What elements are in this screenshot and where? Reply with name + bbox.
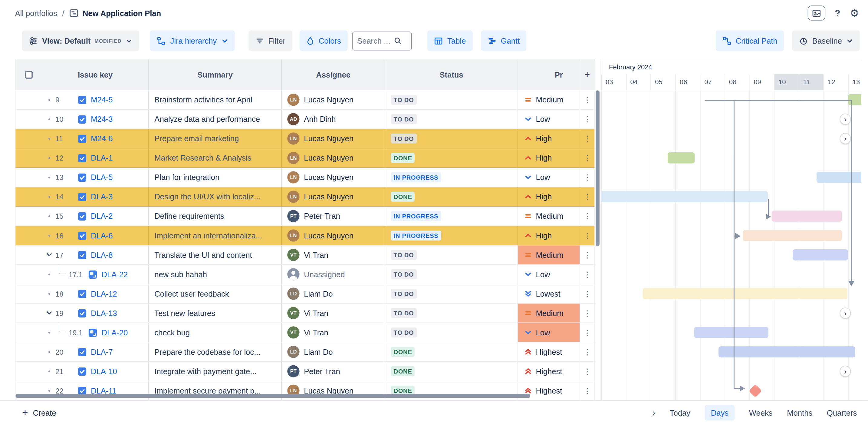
select-all-checkbox[interactable] (25, 70, 33, 79)
priority-cell[interactable]: High (518, 187, 580, 206)
issue-row-M24-3[interactable]: •10M24-3Analyze data and performanceADAn… (16, 110, 594, 129)
issue-row-DLA-3[interactable]: •14DLA-3Design the UI/UX with localiz...… (16, 187, 594, 207)
priority-cell[interactable]: Low (518, 323, 580, 342)
issue-row-DLA-6[interactable]: •16DLA-6Implement an internationaliza...… (16, 226, 594, 246)
row-actions-kebab-icon[interactable]: ⋮ (580, 168, 594, 186)
column-header-priority[interactable]: Pr (518, 59, 580, 90)
search-input[interactable] (357, 36, 394, 45)
add-column-button[interactable]: + (580, 59, 594, 90)
assignee-cell[interactable]: PTPeter Tran (281, 207, 385, 225)
summary-cell[interactable]: Analyze data and performance (148, 110, 281, 128)
zoom-quarters-button[interactable]: Quarters (827, 408, 857, 417)
zoom-months-button[interactable]: Months (787, 408, 812, 417)
issue-key-link[interactable]: DLA-8 (91, 251, 113, 259)
priority-cell[interactable]: Highest (518, 362, 580, 380)
gantt-bar-DLA-5[interactable] (816, 172, 861, 183)
row-actions-kebab-icon[interactable]: ⋮ (580, 207, 594, 225)
row-actions-kebab-icon[interactable]: ⋮ (580, 284, 594, 303)
issue-key-link[interactable]: DLA-6 (91, 231, 113, 240)
collapse-chevron-icon[interactable] (45, 252, 54, 258)
row-select-cell[interactable] (16, 304, 42, 322)
gantt-bar-M24-5[interactable] (848, 94, 861, 106)
issue-key-link[interactable]: DLA-12 (91, 289, 117, 298)
export-image-button[interactable] (808, 5, 826, 20)
gantt-bar-DLA-20[interactable] (694, 327, 768, 338)
issue-row-DLA-12[interactable]: •18DLA-12Collect user feedbackLDLiam DoT… (16, 284, 594, 304)
row-actions-kebab-icon[interactable]: ⋮ (580, 342, 594, 361)
row-select-cell[interactable] (16, 168, 42, 186)
gantt-view-button[interactable]: Gantt (481, 31, 526, 51)
summary-cell[interactable]: Prepare email marketing (148, 129, 281, 148)
summary-cell[interactable]: Implement an internationaliza... (148, 226, 281, 245)
row-actions-kebab-icon[interactable]: ⋮ (580, 90, 594, 109)
row-select-cell[interactable] (16, 342, 42, 361)
status-lozenge[interactable]: TO DO (391, 269, 416, 279)
column-header-issue-key[interactable]: Issue key (42, 59, 148, 90)
table-view-button[interactable]: Table (427, 31, 472, 51)
assignee-cell[interactable]: VTVi Tran (281, 246, 385, 264)
issue-row-DLA-13[interactable]: 19DLA-13Test new featuresVTVi TranTO DOM… (16, 304, 594, 323)
row-actions-kebab-icon[interactable]: ⋮ (580, 323, 594, 342)
gantt-bar-DLA-6[interactable] (743, 230, 842, 241)
collapse-chevron-icon[interactable] (45, 310, 54, 316)
row-select-cell[interactable] (16, 284, 42, 303)
status-lozenge[interactable]: DONE (391, 366, 415, 376)
row-actions-kebab-icon[interactable]: ⋮ (580, 362, 594, 380)
scroll-to-bar-chevron[interactable]: › (840, 308, 851, 319)
gantt-bar-DLA-1[interactable] (668, 152, 695, 164)
status-lozenge[interactable]: TO DO (391, 250, 416, 260)
summary-cell[interactable]: Brainstorm activities for April (148, 90, 281, 109)
status-lozenge[interactable]: IN PROGRESS (391, 172, 441, 182)
priority-cell[interactable]: Medium (518, 246, 580, 264)
gantt-bar-DLA-12[interactable] (643, 288, 847, 299)
assignee-cell[interactable]: LDLiam Do (281, 284, 385, 303)
priority-cell[interactable]: High (518, 226, 580, 245)
status-lozenge[interactable]: DONE (391, 192, 415, 202)
assignee-cell[interactable]: LNLucas Nguyen (281, 90, 385, 109)
column-header-assignee[interactable]: Assignee (281, 59, 385, 90)
row-select-cell[interactable] (16, 265, 42, 284)
assignee-cell[interactable]: LDLiam Do (281, 342, 385, 361)
priority-cell[interactable]: Medium (518, 304, 580, 322)
assignee-cell[interactable]: LNLucas Nguyen (281, 187, 385, 206)
priority-cell[interactable]: High (518, 148, 580, 167)
status-lozenge[interactable]: DONE (391, 153, 415, 163)
row-actions-kebab-icon[interactable]: ⋮ (580, 110, 594, 128)
issue-key-link[interactable]: DLA-5 (91, 173, 113, 182)
issue-key-link[interactable]: DLA-10 (91, 367, 117, 376)
row-select-cell[interactable] (16, 362, 42, 380)
assignee-cell[interactable]: PTPeter Tran (281, 362, 385, 380)
issue-row-DLA-5[interactable]: •13DLA-5Plan for integrationLNLucas Nguy… (16, 168, 594, 187)
issue-row-DLA-20[interactable]: •19.1DLA-20check bugVTVi TranTO DOLow⋮ (16, 323, 594, 342)
horizontal-scrollbar-thumb[interactable] (16, 394, 530, 398)
issue-row-DLA-22[interactable]: •17.1DLA-22new sub hahahUnassignedTO DOL… (16, 265, 594, 284)
hierarchy-dropdown[interactable]: Jira hierarchy (150, 31, 235, 51)
priority-cell[interactable]: Highest (518, 342, 580, 361)
colors-button[interactable]: Colors (299, 31, 348, 51)
priority-cell[interactable]: Low (518, 168, 580, 186)
assignee-cell[interactable]: LNLucas Nguyen (281, 168, 385, 186)
issue-row-DLA-8[interactable]: 17DLA-8Translate the UI and contentVTVi … (16, 246, 594, 265)
status-lozenge[interactable]: TO DO (391, 289, 416, 299)
status-lozenge[interactable]: TO DO (391, 308, 416, 318)
row-actions-kebab-icon[interactable]: ⋮ (580, 304, 594, 322)
scroll-to-bar-chevron[interactable]: › (840, 366, 851, 377)
issue-key-link[interactable]: M24-5 (91, 95, 113, 104)
issue-key-link[interactable]: DLA-3 (91, 192, 113, 201)
issue-row-DLA-1[interactable]: •12DLA-1Market Research & AnalysisLNLuca… (16, 148, 594, 168)
priority-cell[interactable]: Lowest (518, 284, 580, 303)
issue-key-link[interactable]: DLA-22 (101, 270, 128, 279)
issue-key-link[interactable]: M24-3 (91, 115, 113, 124)
summary-cell[interactable]: Prepare the codebase for loc... (148, 342, 281, 361)
status-lozenge[interactable]: TO DO (391, 327, 416, 338)
zoom-days-button[interactable]: Days (705, 405, 735, 420)
issue-key-link[interactable]: DLA-7 (91, 347, 113, 356)
row-select-cell[interactable] (16, 246, 42, 264)
row-select-cell[interactable] (16, 129, 42, 148)
summary-cell[interactable]: Test new features (148, 304, 281, 322)
issue-row-DLA-10[interactable]: •21DLA-10Integrate with payment gate...P… (16, 362, 594, 381)
scroll-to-bar-chevron[interactable]: › (840, 133, 851, 144)
assignee-cell[interactable]: VTVi Tran (281, 323, 385, 342)
horizontal-scrollbar[interactable] (16, 394, 594, 398)
row-actions-kebab-icon[interactable]: ⋮ (580, 226, 594, 245)
